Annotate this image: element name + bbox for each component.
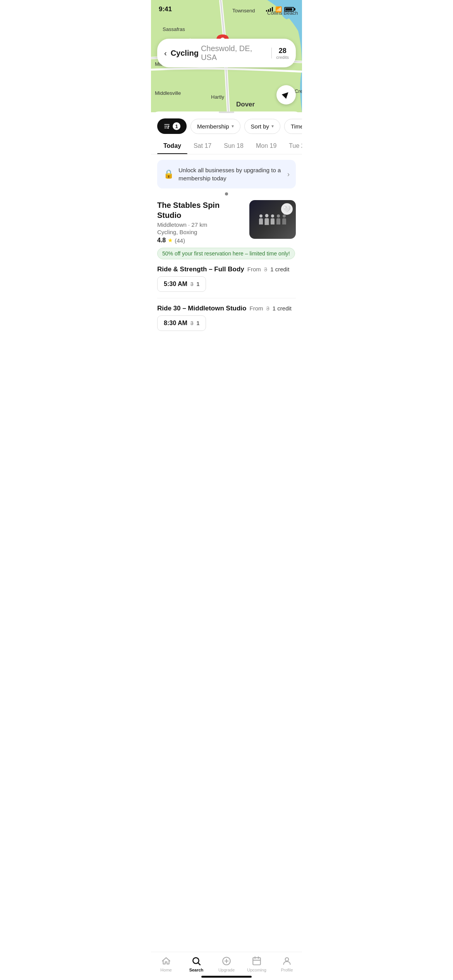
membership-chevron-icon: ▾ xyxy=(232,123,234,129)
tab-sun18[interactable]: Sun 18 xyxy=(218,139,250,154)
sliders-icon xyxy=(163,123,170,130)
location-nav-button[interactable] xyxy=(276,85,296,105)
class-1-credit-old: 3 xyxy=(264,266,267,272)
search-activity: Cycling xyxy=(171,49,199,58)
studio-types: Cycling, Boxing xyxy=(157,229,244,235)
star-icon: ★ xyxy=(168,237,173,244)
class-2-time-credit-old: 3 xyxy=(190,320,194,326)
studio-rating: 4.8 ★ (44) xyxy=(157,237,244,244)
day-tabs: Today Sat 17 Sun 18 Mon 19 Tue 20 We xyxy=(151,139,302,154)
tab-sat17[interactable]: Sat 17 xyxy=(187,139,218,154)
drag-handle xyxy=(219,111,234,113)
class-2-credit-old: 3 xyxy=(266,305,269,312)
class-1-time-credit-new: 1 xyxy=(197,281,200,287)
upgrade-banner[interactable]: 🔒 Unlock all businesses by upgrading to … xyxy=(157,160,296,188)
class-2-name: Ride 30 – Middletown Studio xyxy=(157,305,246,312)
favorite-button[interactable]: 🤍 xyxy=(281,203,293,215)
tab-mon19[interactable]: Mon 19 xyxy=(250,139,283,154)
filter-icon-button[interactable]: 1 xyxy=(157,118,187,134)
search-bar[interactable]: ‹ Cycling Cheswold, DE, USA 28 credits xyxy=(157,39,296,67)
class-2-time-credit-new: 1 xyxy=(197,320,200,326)
credits-number: 28 xyxy=(276,47,289,55)
membership-filter-button[interactable]: Membership ▾ xyxy=(190,119,240,134)
upgrade-text: Unlock all businesses by upgrading to a … xyxy=(178,166,283,182)
search-text-area: Cycling Cheswold, DE, USA xyxy=(171,44,267,62)
studio-card: The Stables Spin Studio Middletown · 27 … xyxy=(151,200,302,259)
membership-label: Membership xyxy=(197,123,229,130)
search-location: Cheswold, DE, USA xyxy=(201,44,267,62)
bottom-sheet: 1 Membership ▾ Sort by ▾ Time Today Sat … xyxy=(151,111,302,366)
banner-dots xyxy=(151,192,302,197)
svg-point-16 xyxy=(167,127,169,129)
search-divider xyxy=(271,48,272,58)
class-2-from: From xyxy=(249,305,263,312)
status-bar: 9:41 📶 xyxy=(151,0,302,15)
sort-by-chevron-icon: ▾ xyxy=(271,123,274,129)
class-2-name-row: Ride 30 – Middletown Studio From 3 1 cre… xyxy=(157,305,296,312)
studio-header: The Stables Spin Studio Middletown · 27 … xyxy=(157,200,296,244)
upgrade-arrow-icon: › xyxy=(287,170,290,178)
class-1-time-credit-old: 3 xyxy=(190,281,194,287)
credits-box: 28 credits xyxy=(276,47,289,60)
nav-arrow-icon xyxy=(282,90,291,99)
studio-name: The Stables Spin Studio xyxy=(157,200,244,220)
people-silhouette xyxy=(259,214,287,224)
class-1-name: Ride & Strength – Full Body xyxy=(157,266,244,273)
class-2-section: Ride 30 – Middletown Studio From 3 1 cre… xyxy=(151,298,302,331)
sort-by-filter-button[interactable]: Sort by ▾ xyxy=(244,119,281,134)
class-1-name-row: Ride & Strength – Full Body From 3 1 cre… xyxy=(157,266,296,273)
class-1-time: 5:30 AM xyxy=(164,281,187,288)
promo-tag: 50% off your first reservation here – li… xyxy=(157,248,295,259)
class-1-time-button[interactable]: 5:30 AM 3 1 xyxy=(157,276,206,292)
svg-text:Sassafras: Sassafras xyxy=(163,26,185,32)
time-label: Time xyxy=(291,123,302,130)
banner-dot-active xyxy=(225,192,228,195)
studio-location: Middletown · 27 km xyxy=(157,221,244,228)
svg-text:Dover: Dover xyxy=(236,101,255,108)
class-2-time-button[interactable]: 8:30 AM 3 1 xyxy=(157,315,206,331)
studio-image-wrap: 🤍 xyxy=(249,200,296,239)
status-time: 9:41 xyxy=(159,5,172,13)
tab-tue20[interactable]: Tue 20 xyxy=(283,139,302,154)
credits-label: credits xyxy=(276,55,289,60)
class-1-section: Ride & Strength – Full Body From 3 1 cre… xyxy=(151,259,302,292)
class-2-credit-new: 1 credit xyxy=(273,305,292,312)
signal-icon xyxy=(266,7,273,12)
tab-today[interactable]: Today xyxy=(157,139,187,154)
filter-row: 1 Membership ▾ Sort by ▾ Time xyxy=(151,118,302,139)
map-area[interactable]: Sassafras Townsend Collins Beach Milling… xyxy=(151,0,302,112)
svg-point-15 xyxy=(168,125,170,127)
wifi-icon: 📶 xyxy=(275,6,282,12)
status-icons: 📶 xyxy=(266,6,294,12)
battery-icon xyxy=(284,7,294,12)
rating-number: 4.8 xyxy=(157,237,166,244)
time-filter-button[interactable]: Time xyxy=(284,119,302,134)
studio-info: The Stables Spin Studio Middletown · 27 … xyxy=(157,200,244,244)
class-1-credit-new: 1 credit xyxy=(270,266,289,272)
sort-by-label: Sort by xyxy=(251,123,269,130)
svg-text:Middlesville: Middlesville xyxy=(155,90,181,96)
rating-count: (44) xyxy=(175,237,185,244)
class-1-from: From xyxy=(247,266,261,272)
back-button[interactable]: ‹ xyxy=(164,49,167,58)
svg-text:Hartly: Hartly xyxy=(211,94,224,100)
filter-count: 1 xyxy=(173,122,180,130)
class-2-time: 8:30 AM xyxy=(164,320,187,327)
lock-icon: 🔒 xyxy=(163,169,174,179)
